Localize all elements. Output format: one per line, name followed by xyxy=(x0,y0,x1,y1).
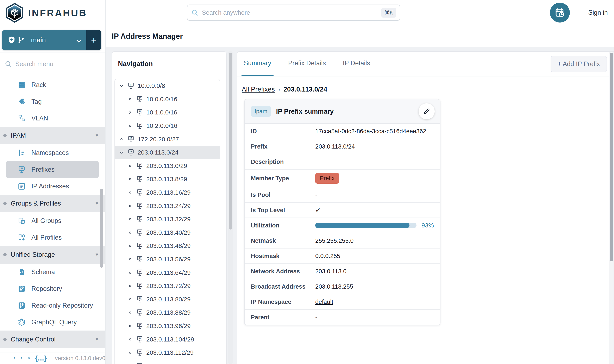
sidebar-item-all-profiles[interactable]: All Profiles xyxy=(0,229,105,246)
leaf-dot-icon[interactable] xyxy=(126,189,134,196)
topbar: ⌘K Sign in xyxy=(106,0,614,25)
leaf-dot-icon[interactable] xyxy=(126,162,134,169)
ip-prefix-icon: IP xyxy=(136,282,143,290)
section-label: Change Control xyxy=(11,336,56,343)
tree-scrollbar[interactable] xyxy=(228,51,233,364)
tree-item-203-0-113-72-29[interactable]: IP203.0.113.72/29 xyxy=(115,279,220,293)
tree-item-203-0-113-88-29[interactable]: IP203.0.113.88/29 xyxy=(115,306,220,319)
ip-prefix-icon: IP xyxy=(127,135,135,143)
add-ip-prefix-button[interactable]: + Add IP Prefix xyxy=(550,56,607,72)
branch-selector-button[interactable]: main xyxy=(2,30,86,50)
sidebar-section-groups-profiles[interactable]: Groups & Profiles▼ xyxy=(0,195,105,212)
tree-item-203-0-113-0-29[interactable]: IP203.0.113.0/29 xyxy=(115,159,220,173)
tab-summary[interactable]: Summary xyxy=(242,52,274,76)
section-label: IPAM xyxy=(11,132,26,139)
tree-scrollbar-thumb[interactable] xyxy=(229,53,232,230)
page-scrollbar-thumb[interactable] xyxy=(610,53,613,261)
tree-item-203-0-113-40-29[interactable]: IP203.0.113.40/29 xyxy=(115,226,220,239)
sidebar-item-all-groups[interactable]: All Groups xyxy=(0,212,105,229)
sidebar-item-tag[interactable]: Tag xyxy=(0,93,105,110)
tree-item-203-0-113-64-29[interactable]: IP203.0.113.64/29 xyxy=(115,266,220,279)
sidebar-item-label: Repository xyxy=(31,285,62,293)
sidebar-section-change-control[interactable]: Change Control▼ xyxy=(0,331,105,348)
edit-button[interactable] xyxy=(418,103,435,119)
leaf-dot-icon[interactable] xyxy=(126,175,134,183)
tree-item-172-20-20-0-27[interactable]: IP172.20.20.0/27 xyxy=(115,132,220,146)
leaf-dot-icon[interactable] xyxy=(126,269,134,276)
tree-item-203-0-113-48-29[interactable]: IP203.0.113.48/29 xyxy=(115,239,220,253)
property-row-description: Description- xyxy=(245,154,440,169)
sidebar-item-read-only-repository[interactable]: Read-only Repository xyxy=(0,297,105,314)
sidebar-scrollbar-thumb[interactable] xyxy=(100,189,103,268)
ip-namespace-link[interactable]: default xyxy=(315,299,333,305)
infrahub-logo: INFRAHUB xyxy=(0,0,105,23)
leaf-dot-icon[interactable] xyxy=(126,215,134,223)
sign-in-button[interactable]: Sign in xyxy=(588,0,608,25)
menu-search-input[interactable] xyxy=(15,60,94,68)
sidebar-item-prefixes[interactable]: IPPrefixes xyxy=(6,161,99,178)
sidebar-item-repository[interactable]: Repository xyxy=(0,280,105,297)
leaf-dot-icon[interactable] xyxy=(126,322,134,330)
leaf-dot-icon[interactable] xyxy=(126,309,134,316)
leaf-dot-icon[interactable] xyxy=(126,256,134,263)
leaf-dot-icon[interactable] xyxy=(126,229,134,236)
breadcrumb-all-prefixes-link[interactable]: All Prefixes xyxy=(242,86,275,93)
tree-item-10-0-0-0-16[interactable]: IP10.0.0.0/16 xyxy=(115,92,220,106)
tree-item-203-0-113-104-29[interactable]: IP203.0.113.104/29 xyxy=(115,333,220,346)
sidebar-item-graphql-query[interactable]: GraphQL Query xyxy=(0,314,105,331)
docs-icon[interactable] xyxy=(20,354,23,362)
tree-item-10-1-0-0-16[interactable]: IP10.1.0.0/16 xyxy=(115,106,220,119)
tree-item-203-0-113-120-29[interactable]: IP203.0.113.120/29 xyxy=(115,359,220,364)
graphql-icon[interactable] xyxy=(28,354,30,362)
ip-prefix-icon: IP xyxy=(136,215,143,223)
leaf-dot-icon[interactable] xyxy=(126,122,134,130)
sidebar-section-unified-storage[interactable]: Unified Storage▼ xyxy=(0,246,105,264)
tree-item-10-2-0-0-16[interactable]: IP10.2.0.0/16 xyxy=(115,119,220,133)
sidebar-item-vlan[interactable]: VLAN xyxy=(0,110,105,127)
tree-item-203-0-113-24-29[interactable]: IP203.0.113.24/29 xyxy=(115,199,220,213)
sidebar-item-namespaces[interactable]: Namespaces xyxy=(0,144,105,161)
tree-item-label: 203.0.113.96/29 xyxy=(146,323,191,329)
leaf-dot-icon[interactable] xyxy=(126,362,134,364)
leaf-dot-icon[interactable] xyxy=(126,202,134,210)
swagger-braces-icon[interactable]: {...} xyxy=(35,354,47,362)
sidebar-item-rack[interactable]: Rack xyxy=(0,77,105,93)
tree-item-203-0-113-96-29[interactable]: IP203.0.113.96/29 xyxy=(115,319,220,333)
tree-item-10-0-0-0-8[interactable]: IP10.0.0.0/8 xyxy=(115,79,220,92)
sidebar-item-label: Read-only Repository xyxy=(31,302,93,309)
leaf-dot-icon[interactable] xyxy=(126,349,134,356)
global-search-input[interactable] xyxy=(202,9,381,16)
time-travel-button[interactable] xyxy=(550,3,570,23)
sidebar-item-schema[interactable]: Schema xyxy=(0,264,105,280)
app-window: INFRAHUB main + RackTag xyxy=(0,0,614,364)
tree-item-203-0-113-32-29[interactable]: IP203.0.113.32/29 xyxy=(115,213,220,226)
tree-item-label: 203.0.113.8/29 xyxy=(146,176,187,183)
add-branch-button[interactable]: + xyxy=(86,30,101,50)
chev-right-icon[interactable] xyxy=(126,109,134,116)
tree-item-203-0-113-56-29[interactable]: IP203.0.113.56/29 xyxy=(115,253,220,266)
tab-prefix-details[interactable]: Prefix Details xyxy=(286,52,328,76)
chev-down-icon[interactable] xyxy=(118,149,125,156)
tree-item-203-0-113-80-29[interactable]: IP203.0.113.80/29 xyxy=(115,293,220,306)
tree-item-203-0-113-16-29[interactable]: IP203.0.113.16/29 xyxy=(115,186,220,199)
branch-selector-row: main + xyxy=(2,30,101,50)
leaf-dot-icon[interactable] xyxy=(126,336,134,343)
git-icon[interactable] xyxy=(13,354,15,362)
tree-item-203-0-113-112-29[interactable]: IP203.0.113.112/29 xyxy=(115,346,220,359)
leaf-dot-icon[interactable] xyxy=(126,296,134,303)
tree-item-label: 10.1.0.0/16 xyxy=(146,109,177,116)
leaf-dot-icon[interactable] xyxy=(118,135,125,143)
sidebar-item-label: Tag xyxy=(31,98,42,105)
sidebar-section-ipam[interactable]: IPAM▼ xyxy=(0,127,105,144)
tab-ip-details[interactable]: IP Details xyxy=(340,52,372,76)
leaf-dot-icon[interactable] xyxy=(126,242,134,249)
leaf-dot-icon[interactable] xyxy=(126,282,134,290)
chev-down-icon[interactable] xyxy=(118,82,125,90)
sidebar-item-ip-addresses[interactable]: IPIP Addresses xyxy=(0,178,105,195)
property-row-ip-namespace: IP Namespacedefault xyxy=(245,294,440,310)
page-scrollbar[interactable] xyxy=(609,52,614,364)
tree-item-203-0-113-0-24[interactable]: IP203.0.113.0/24 xyxy=(115,146,220,159)
tree-item-203-0-113-8-29[interactable]: IP203.0.113.8/29 xyxy=(115,172,220,186)
leaf-dot-icon[interactable] xyxy=(126,95,134,103)
ip-prefix-icon: IP xyxy=(136,109,143,116)
